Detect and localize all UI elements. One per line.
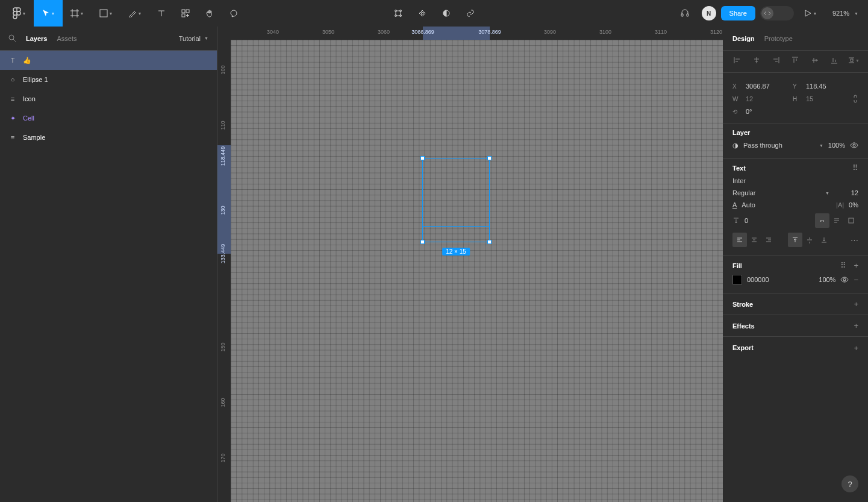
text-align-right-button[interactable]: [761, 233, 776, 247]
text-align-left-button[interactable]: [732, 233, 747, 247]
constrain-icon[interactable]: [852, 95, 858, 103]
edit-object-button[interactable]: [386, 0, 410, 27]
resources-button[interactable]: [173, 0, 198, 27]
align-vcenter-button[interactable]: [809, 54, 821, 66]
text-align-top-button[interactable]: [788, 233, 802, 247]
layer-row-cell[interactable]: ✦ Cell: [0, 108, 217, 128]
fill-opacity-input[interactable]: 100%: [819, 276, 835, 283]
figma-menu-button[interactable]: ▼: [5, 0, 34, 27]
remove-fill-button[interactable]: −: [854, 275, 858, 284]
y-label: Y: [793, 83, 801, 90]
align-bottom-button[interactable]: [828, 54, 840, 66]
layer-row-text[interactable]: T 👍: [0, 51, 217, 70]
component-layer-icon: ✦: [8, 115, 17, 122]
share-button[interactable]: Share: [721, 6, 755, 20]
fill-style-icon[interactable]: ⠿: [840, 261, 846, 270]
fill-visibility-icon[interactable]: [840, 275, 849, 284]
selection-box[interactable]: [422, 158, 490, 242]
hand-tool-button[interactable]: [198, 0, 222, 27]
text-options-button[interactable]: ⋯: [851, 236, 858, 245]
h-input[interactable]: 15: [806, 95, 848, 102]
blend-mode-select[interactable]: Pass through: [743, 142, 813, 149]
paragraph-spacing-icon: [732, 217, 740, 224]
font-weight-select[interactable]: Regular: [732, 189, 819, 196]
text-layer-icon: T: [8, 57, 17, 64]
add-effect-button[interactable]: +: [854, 321, 858, 330]
font-family-select[interactable]: Inter: [732, 177, 746, 184]
text-align-bottom-button[interactable]: [817, 233, 831, 247]
frame-tool-button[interactable]: ▼: [63, 0, 92, 27]
zoom-control[interactable]: 921%▼: [828, 10, 863, 17]
text-align-middle-button[interactable]: [802, 233, 817, 247]
pen-tool-button[interactable]: ▼: [120, 0, 149, 27]
style-picker-icon[interactable]: ⠿: [852, 163, 858, 172]
ruler-vertical: 100 110 118.449 130 133.449 150 160 170: [217, 40, 231, 502]
present-button[interactable]: ▼: [799, 0, 823, 27]
add-stroke-button[interactable]: +: [854, 300, 858, 309]
component-button[interactable]: [410, 0, 434, 27]
y-input[interactable]: 118.45: [806, 83, 826, 90]
search-icon[interactable]: [8, 34, 16, 42]
svg-rect-13: [849, 218, 854, 223]
font-size-input[interactable]: 12: [834, 189, 858, 196]
fill-section-title: Fill: [732, 262, 742, 269]
align-right-button[interactable]: [770, 54, 782, 66]
letter-spacing-icon: |A|: [836, 201, 844, 209]
main-toolbar: ▼ ▼ ▼ ▼ ▼ N Share ▼ 921%: [0, 0, 868, 27]
rotation-input[interactable]: 0°: [746, 108, 752, 115]
mask-button[interactable]: [434, 0, 458, 27]
tab-design[interactable]: Design: [732, 35, 755, 42]
line-height-input[interactable]: Auto: [742, 201, 831, 209]
page-selector[interactable]: Tutorial▼: [179, 35, 208, 42]
add-export-button[interactable]: +: [854, 344, 858, 353]
x-input[interactable]: 3066.87: [746, 83, 788, 90]
move-tool-button[interactable]: ▼: [34, 0, 63, 27]
fill-hex-input[interactable]: 000000: [747, 276, 814, 283]
tab-prototype[interactable]: Prototype: [764, 35, 793, 42]
resize-fixed-button[interactable]: [844, 213, 858, 228]
layer-row-sample[interactable]: ≡ Sample: [0, 128, 217, 147]
layer-section-title: Layer: [732, 129, 858, 136]
visibility-icon[interactable]: [850, 141, 858, 149]
opacity-input[interactable]: 100%: [828, 142, 845, 149]
text-tool-button[interactable]: [149, 0, 173, 27]
stroke-section: Stroke +: [723, 293, 868, 315]
resize-auto-height-button[interactable]: [829, 213, 844, 228]
line-height-icon: A: [732, 201, 737, 209]
tab-assets[interactable]: Assets: [57, 35, 76, 42]
w-label: W: [732, 96, 741, 102]
layer-label: Cell: [23, 115, 34, 122]
align-top-button[interactable]: [789, 54, 801, 66]
chevron-down-icon: ▼: [51, 11, 55, 16]
h-label: H: [793, 96, 801, 102]
fill-swatch[interactable]: [732, 275, 742, 284]
letter-spacing-input[interactable]: 0%: [849, 201, 858, 209]
layer-row-ellipse[interactable]: ○ Ellipse 1: [0, 70, 217, 89]
layer-row-icon[interactable]: ≡ Icon: [0, 89, 217, 108]
svg-rect-2: [182, 10, 185, 13]
canvas[interactable]: 3040 3050 3060 3066.869 3078.869 3090 31…: [217, 27, 723, 502]
distribute-button[interactable]: ▼: [848, 54, 860, 66]
align-hcenter-button[interactable]: [751, 54, 763, 66]
resize-auto-width-button[interactable]: ↔: [815, 213, 829, 228]
shape-tool-button[interactable]: ▼: [92, 0, 120, 27]
align-left-button[interactable]: [731, 54, 743, 66]
svg-point-11: [9, 35, 14, 40]
add-fill-button[interactable]: +: [854, 261, 858, 270]
comment-tool-button[interactable]: [222, 0, 246, 27]
right-panel: Design Prototype ▼ X 3066.87 Y 118.45 W …: [723, 27, 868, 502]
link-button[interactable]: [458, 0, 482, 27]
svg-point-14: [843, 278, 846, 281]
audio-button[interactable]: [673, 0, 697, 27]
paragraph-spacing-input[interactable]: 0: [745, 217, 810, 224]
w-input[interactable]: 12: [746, 95, 788, 102]
ruler-horizontal: 3040 3050 3060 3066.869 3078.869 3090 31…: [231, 27, 723, 40]
help-button[interactable]: ?: [841, 475, 858, 492]
tab-layers[interactable]: Layers: [26, 35, 47, 42]
devmode-toggle[interactable]: [760, 6, 794, 20]
toolbar-center-group: [386, 0, 482, 27]
text-section-title: Text: [732, 165, 746, 172]
rotation-icon: ⟲: [732, 108, 741, 115]
text-align-center-button[interactable]: [747, 233, 761, 247]
avatar[interactable]: N: [702, 6, 716, 20]
